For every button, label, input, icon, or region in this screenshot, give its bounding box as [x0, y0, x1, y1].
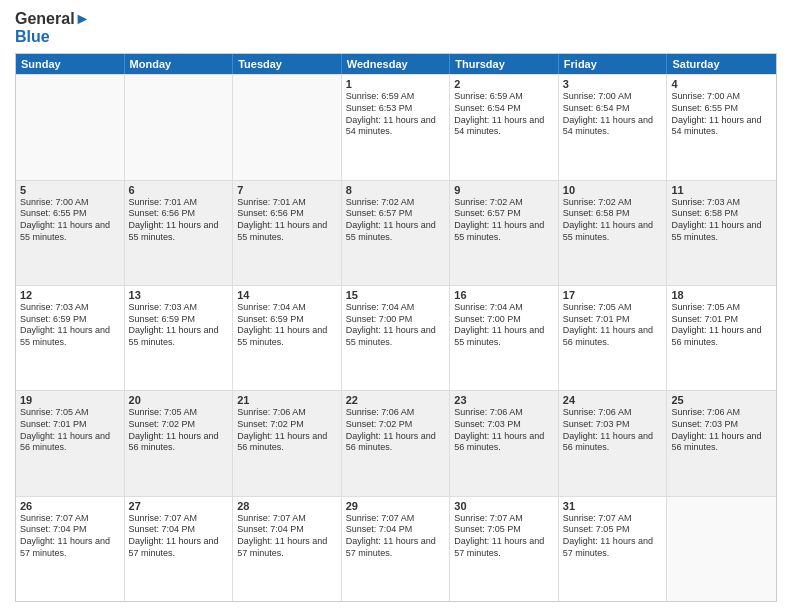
calendar-week-2: 5Sunrise: 7:00 AMSunset: 6:55 PMDaylight… [16, 180, 776, 285]
day-number: 6 [129, 184, 229, 196]
calendar-page: General► Blue SundayMondayTuesdayWednesd… [0, 0, 792, 612]
cell-info: Sunrise: 7:03 AMSunset: 6:58 PMDaylight:… [671, 197, 772, 244]
calendar-cell: 8Sunrise: 7:02 AMSunset: 6:57 PMDaylight… [342, 181, 451, 285]
cell-info: Sunrise: 7:07 AMSunset: 7:05 PMDaylight:… [454, 513, 554, 560]
day-number: 14 [237, 289, 337, 301]
calendar-cell: 13Sunrise: 7:03 AMSunset: 6:59 PMDayligh… [125, 286, 234, 390]
calendar-cell: 10Sunrise: 7:02 AMSunset: 6:58 PMDayligh… [559, 181, 668, 285]
calendar-cell: 22Sunrise: 7:06 AMSunset: 7:02 PMDayligh… [342, 391, 451, 495]
day-number: 8 [346, 184, 446, 196]
day-number: 18 [671, 289, 772, 301]
day-number: 4 [671, 78, 772, 90]
calendar-cell: 6Sunrise: 7:01 AMSunset: 6:56 PMDaylight… [125, 181, 234, 285]
cell-info: Sunrise: 7:07 AMSunset: 7:04 PMDaylight:… [129, 513, 229, 560]
calendar-cell: 24Sunrise: 7:06 AMSunset: 7:03 PMDayligh… [559, 391, 668, 495]
cell-info: Sunrise: 7:02 AMSunset: 6:57 PMDaylight:… [346, 197, 446, 244]
day-number: 9 [454, 184, 554, 196]
calendar-week-1: 1Sunrise: 6:59 AMSunset: 6:53 PMDaylight… [16, 74, 776, 179]
calendar-cell: 21Sunrise: 7:06 AMSunset: 7:02 PMDayligh… [233, 391, 342, 495]
cell-info: Sunrise: 7:06 AMSunset: 7:03 PMDaylight:… [454, 407, 554, 454]
calendar-cell: 2Sunrise: 6:59 AMSunset: 6:54 PMDaylight… [450, 75, 559, 179]
calendar-cell: 23Sunrise: 7:06 AMSunset: 7:03 PMDayligh… [450, 391, 559, 495]
cell-info: Sunrise: 7:04 AMSunset: 7:00 PMDaylight:… [454, 302, 554, 349]
cell-info: Sunrise: 7:04 AMSunset: 6:59 PMDaylight:… [237, 302, 337, 349]
cell-info: Sunrise: 7:00 AMSunset: 6:55 PMDaylight:… [671, 91, 772, 138]
day-number: 12 [20, 289, 120, 301]
day-number: 21 [237, 394, 337, 406]
cell-info: Sunrise: 7:06 AMSunset: 7:03 PMDaylight:… [671, 407, 772, 454]
calendar-header: SundayMondayTuesdayWednesdayThursdayFrid… [16, 54, 776, 74]
day-number: 7 [237, 184, 337, 196]
calendar-cell: 18Sunrise: 7:05 AMSunset: 7:01 PMDayligh… [667, 286, 776, 390]
calendar-cell: 11Sunrise: 7:03 AMSunset: 6:58 PMDayligh… [667, 181, 776, 285]
day-number: 27 [129, 500, 229, 512]
cell-info: Sunrise: 7:06 AMSunset: 7:02 PMDaylight:… [237, 407, 337, 454]
day-number: 29 [346, 500, 446, 512]
calendar-cell: 9Sunrise: 7:02 AMSunset: 6:57 PMDaylight… [450, 181, 559, 285]
calendar-grid: SundayMondayTuesdayWednesdayThursdayFrid… [15, 53, 777, 602]
day-number: 30 [454, 500, 554, 512]
day-number: 31 [563, 500, 663, 512]
cell-info: Sunrise: 7:07 AMSunset: 7:04 PMDaylight:… [20, 513, 120, 560]
calendar-cell: 4Sunrise: 7:00 AMSunset: 6:55 PMDaylight… [667, 75, 776, 179]
cell-info: Sunrise: 7:02 AMSunset: 6:58 PMDaylight:… [563, 197, 663, 244]
calendar-cell: 29Sunrise: 7:07 AMSunset: 7:04 PMDayligh… [342, 497, 451, 601]
header-day-wednesday: Wednesday [342, 54, 451, 74]
page-header: General► Blue [15, 10, 777, 45]
day-number: 20 [129, 394, 229, 406]
day-number: 5 [20, 184, 120, 196]
day-number: 23 [454, 394, 554, 406]
day-number: 2 [454, 78, 554, 90]
calendar-cell: 3Sunrise: 7:00 AMSunset: 6:54 PMDaylight… [559, 75, 668, 179]
cell-info: Sunrise: 7:01 AMSunset: 6:56 PMDaylight:… [237, 197, 337, 244]
day-number: 22 [346, 394, 446, 406]
header-day-saturday: Saturday [667, 54, 776, 74]
cell-info: Sunrise: 7:05 AMSunset: 7:02 PMDaylight:… [129, 407, 229, 454]
header-day-friday: Friday [559, 54, 668, 74]
day-number: 13 [129, 289, 229, 301]
day-number: 17 [563, 289, 663, 301]
day-number: 19 [20, 394, 120, 406]
calendar-cell: 20Sunrise: 7:05 AMSunset: 7:02 PMDayligh… [125, 391, 234, 495]
calendar-cell: 31Sunrise: 7:07 AMSunset: 7:05 PMDayligh… [559, 497, 668, 601]
day-number: 1 [346, 78, 446, 90]
calendar-cell: 5Sunrise: 7:00 AMSunset: 6:55 PMDaylight… [16, 181, 125, 285]
calendar-cell: 16Sunrise: 7:04 AMSunset: 7:00 PMDayligh… [450, 286, 559, 390]
calendar-week-4: 19Sunrise: 7:05 AMSunset: 7:01 PMDayligh… [16, 390, 776, 495]
cell-info: Sunrise: 6:59 AMSunset: 6:53 PMDaylight:… [346, 91, 446, 138]
day-number: 3 [563, 78, 663, 90]
cell-info: Sunrise: 7:03 AMSunset: 6:59 PMDaylight:… [20, 302, 120, 349]
cell-info: Sunrise: 7:07 AMSunset: 7:04 PMDaylight:… [237, 513, 337, 560]
calendar-cell: 30Sunrise: 7:07 AMSunset: 7:05 PMDayligh… [450, 497, 559, 601]
day-number: 16 [454, 289, 554, 301]
calendar-cell: 28Sunrise: 7:07 AMSunset: 7:04 PMDayligh… [233, 497, 342, 601]
calendar-cell [125, 75, 234, 179]
cell-info: Sunrise: 7:05 AMSunset: 7:01 PMDaylight:… [671, 302, 772, 349]
calendar-cell: 26Sunrise: 7:07 AMSunset: 7:04 PMDayligh… [16, 497, 125, 601]
calendar-cell: 12Sunrise: 7:03 AMSunset: 6:59 PMDayligh… [16, 286, 125, 390]
calendar-cell: 1Sunrise: 6:59 AMSunset: 6:53 PMDaylight… [342, 75, 451, 179]
calendar-cell: 7Sunrise: 7:01 AMSunset: 6:56 PMDaylight… [233, 181, 342, 285]
day-number: 10 [563, 184, 663, 196]
cell-info: Sunrise: 7:02 AMSunset: 6:57 PMDaylight:… [454, 197, 554, 244]
cell-info: Sunrise: 7:03 AMSunset: 6:59 PMDaylight:… [129, 302, 229, 349]
calendar-cell: 15Sunrise: 7:04 AMSunset: 7:00 PMDayligh… [342, 286, 451, 390]
cell-info: Sunrise: 6:59 AMSunset: 6:54 PMDaylight:… [454, 91, 554, 138]
calendar-cell: 27Sunrise: 7:07 AMSunset: 7:04 PMDayligh… [125, 497, 234, 601]
calendar-cell: 25Sunrise: 7:06 AMSunset: 7:03 PMDayligh… [667, 391, 776, 495]
day-number: 25 [671, 394, 772, 406]
cell-info: Sunrise: 7:06 AMSunset: 7:02 PMDaylight:… [346, 407, 446, 454]
cell-info: Sunrise: 7:04 AMSunset: 7:00 PMDaylight:… [346, 302, 446, 349]
calendar-cell: 19Sunrise: 7:05 AMSunset: 7:01 PMDayligh… [16, 391, 125, 495]
calendar-cell [667, 497, 776, 601]
cell-info: Sunrise: 7:05 AMSunset: 7:01 PMDaylight:… [20, 407, 120, 454]
header-day-thursday: Thursday [450, 54, 559, 74]
calendar-week-5: 26Sunrise: 7:07 AMSunset: 7:04 PMDayligh… [16, 496, 776, 601]
calendar-week-3: 12Sunrise: 7:03 AMSunset: 6:59 PMDayligh… [16, 285, 776, 390]
day-number: 28 [237, 500, 337, 512]
calendar-cell [16, 75, 125, 179]
day-number: 26 [20, 500, 120, 512]
logo: General► Blue [15, 10, 90, 45]
cell-info: Sunrise: 7:07 AMSunset: 7:04 PMDaylight:… [346, 513, 446, 560]
header-day-sunday: Sunday [16, 54, 125, 74]
